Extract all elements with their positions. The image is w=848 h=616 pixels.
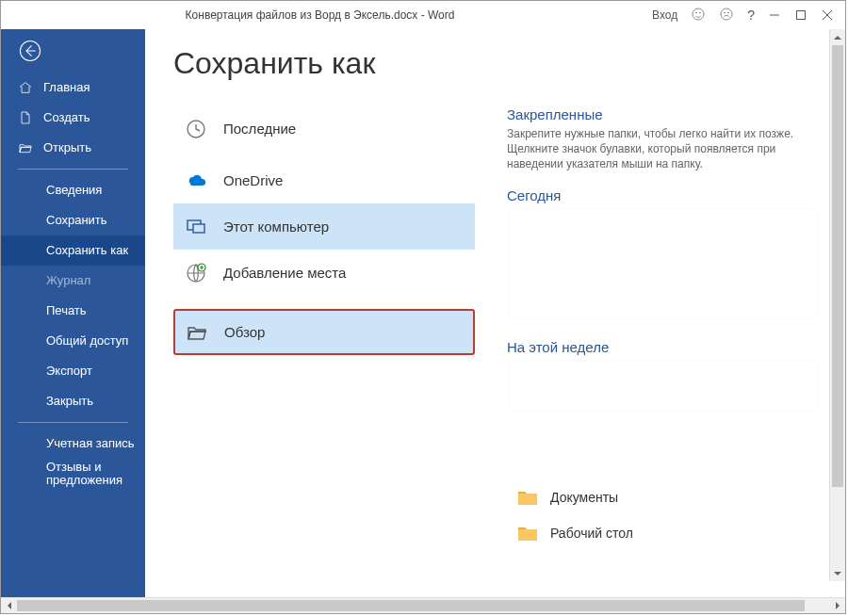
folder-desktop[interactable]: Рабочий стол: [507, 517, 819, 549]
folder-label: Документы: [550, 490, 618, 505]
nav-label: Сведения: [46, 184, 102, 197]
file-icon: [18, 110, 33, 125]
svg-point-4: [725, 12, 726, 13]
locations-column: Сохранить как Последние OneDrive Этот ко…: [173, 46, 475, 597]
smile-icon[interactable]: [691, 7, 706, 24]
main-content: Сохранить как Последние OneDrive Этот ко…: [145, 29, 845, 597]
nav-share[interactable]: Общий доступ: [1, 326, 145, 356]
nav-info[interactable]: Сведения: [1, 175, 145, 205]
separator: [18, 169, 128, 170]
location-label: Обзор: [224, 324, 265, 340]
scroll-thumb[interactable]: [832, 45, 843, 487]
scroll-down-icon[interactable]: [830, 565, 845, 581]
nav-save[interactable]: Сохранить: [1, 205, 145, 235]
nav-label: Печать: [46, 304, 87, 317]
nav-label: Экспорт: [46, 365, 92, 378]
location-browse[interactable]: Обзор: [173, 309, 475, 355]
svg-point-0: [693, 8, 704, 20]
nav-feedback[interactable]: Отзывы и предложения: [1, 459, 145, 489]
location-label: Добавление места: [223, 265, 346, 281]
nav-label: Сохранить: [46, 214, 107, 227]
location-recent[interactable]: Последние: [173, 105, 475, 152]
nav-create[interactable]: Создать: [1, 103, 145, 133]
svg-point-1: [696, 12, 697, 13]
login-link[interactable]: Вход: [652, 8, 677, 22]
this-week-list: [507, 359, 819, 412]
svg-point-3: [721, 8, 732, 20]
nav-label: Открыть: [43, 141, 91, 154]
folder-open-icon: [18, 140, 33, 155]
svg-point-2: [700, 12, 701, 13]
home-icon: [18, 80, 33, 95]
titlebar: Конвертация файлов из Ворд в Эксель.docx…: [1, 1, 845, 29]
folder-documents[interactable]: Документы: [507, 481, 819, 513]
minimize-icon[interactable]: [768, 8, 781, 22]
location-onedrive[interactable]: OneDrive: [173, 157, 475, 203]
svg-rect-13: [193, 224, 204, 233]
nav-print[interactable]: Печать: [1, 296, 145, 326]
folder-label: Рабочий стол: [550, 526, 633, 541]
computer-icon: [184, 215, 208, 239]
clock-icon: [184, 117, 208, 141]
scroll-right-icon[interactable]: [829, 598, 845, 614]
help-icon[interactable]: ?: [747, 8, 755, 23]
location-add-place[interactable]: Добавление места: [173, 250, 475, 296]
nav-label: Сохранить как: [46, 244, 128, 257]
vertical-scrollbar[interactable]: [829, 29, 845, 581]
scroll-left-icon[interactable]: [1, 598, 17, 614]
today-heading: Сегодня: [507, 187, 819, 203]
nav-close[interactable]: Закрыть: [1, 386, 145, 416]
nav-label: Закрыть: [46, 395, 93, 408]
location-label: Последние: [223, 121, 296, 137]
folder-icon: [516, 524, 539, 543]
nav-account[interactable]: Учетная запись: [1, 429, 145, 459]
nav-save-as[interactable]: Сохранить как: [1, 235, 145, 266]
today-list: [507, 207, 819, 320]
this-week-heading: На этой неделе: [507, 339, 819, 355]
nav-label: Учетная запись: [46, 437, 135, 450]
pinned-hint: Закрепите нужные папки, чтобы легко найт…: [507, 126, 808, 172]
pinned-heading: Закрепленные: [507, 106, 819, 122]
nav-history[interactable]: Журнал: [1, 266, 145, 296]
svg-rect-7: [797, 11, 806, 20]
location-label: Этот компьютер: [223, 219, 329, 235]
nav-label: Журнал: [46, 274, 90, 287]
location-this-pc[interactable]: Этот компьютер: [173, 203, 475, 250]
details-column: Закрепленные Закрепите нужные папки, что…: [475, 46, 845, 597]
nav-label: Отзывы и предложения: [46, 461, 145, 488]
horizontal-scrollbar[interactable]: [1, 597, 845, 613]
page-title: Сохранить как: [173, 46, 475, 81]
folder-icon: [516, 488, 539, 507]
nav-open[interactable]: Открыть: [1, 133, 145, 163]
frown-icon[interactable]: [719, 7, 734, 24]
window-controls: Вход ?: [635, 7, 841, 24]
onedrive-icon: [184, 169, 208, 193]
scroll-thumb[interactable]: [17, 600, 805, 611]
nav-label: Главная: [43, 81, 90, 94]
nav-label: Общий доступ: [46, 334, 128, 348]
add-place-icon: [184, 261, 208, 285]
close-icon[interactable]: [821, 8, 834, 22]
maximize-icon[interactable]: [794, 8, 807, 22]
separator: [18, 422, 128, 423]
nav-home[interactable]: Главная: [1, 73, 145, 103]
back-button[interactable]: [1, 29, 145, 73]
location-label: OneDrive: [223, 172, 283, 188]
folder-open-icon: [185, 320, 209, 345]
svg-point-5: [728, 12, 729, 13]
document-title: Конвертация файлов из Ворд в Эксель.docx…: [5, 8, 635, 22]
scroll-up-icon[interactable]: [830, 29, 845, 45]
backstage-sidebar: Главная Создать Открыть Сведения Сохрани…: [1, 29, 145, 597]
nav-export[interactable]: Экспорт: [1, 356, 145, 386]
nav-label: Создать: [43, 111, 90, 124]
